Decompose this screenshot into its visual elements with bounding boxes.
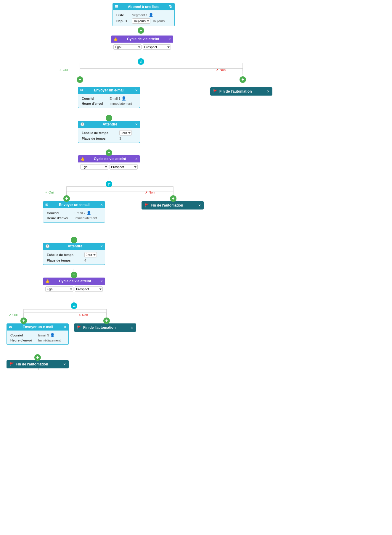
liste-value: Segment 1 👤 xyxy=(131,12,172,18)
refresh-icon[interactable]: ↻ xyxy=(169,4,172,9)
branch-btn-2[interactable]: ⇄ xyxy=(106,181,112,187)
add-btn-9[interactable]: + xyxy=(71,272,77,278)
add-btn-12[interactable]: + xyxy=(34,354,41,361)
email3-close[interactable]: × xyxy=(64,325,66,329)
subscribe-title: Abonné à une liste xyxy=(128,5,160,9)
add-btn-8[interactable]: + xyxy=(71,237,77,243)
branch-btn-3[interactable]: ⇄ xyxy=(71,302,77,309)
lifecycle2-card: 👍 Cycle de vie atteint × Égal Prospect xyxy=(78,155,140,171)
wait2-card: 🕐 Attendre × Échelle de temps Jour Plage… xyxy=(43,243,105,265)
mail-icon-2: ✉ xyxy=(45,203,48,207)
subscribe-body: Liste Segment 1 👤 Depuis Toujours Toujou… xyxy=(113,10,175,26)
email3-header: ✉ Envoyer un e-mail × xyxy=(7,323,69,331)
branch3-lines xyxy=(0,302,178,320)
flag-icon-2: 🚩 xyxy=(144,203,149,207)
wait2-header: 🕐 Attendre × xyxy=(43,243,105,250)
add-btn-4[interactable]: + xyxy=(106,115,112,121)
mail-icon-1: ✉ xyxy=(80,88,83,92)
lifecycle1-card: 👍 Cycle de vie atteint × Égal Prospect xyxy=(111,36,173,51)
thumb-icon-2: 👍 xyxy=(80,157,85,161)
add-btn-5[interactable]: + xyxy=(106,149,112,156)
flag-icon-1: 🚩 xyxy=(213,89,218,94)
end4-body: 🚩 Fin de l'automation × xyxy=(7,360,69,368)
echelle1-select[interactable]: Jour xyxy=(119,130,132,136)
toujours-value: Toujours xyxy=(152,19,165,23)
add-btn-10[interactable]: + xyxy=(20,318,27,324)
branch3-oui-label: ✓ Oui xyxy=(9,313,17,317)
end2-close[interactable]: × xyxy=(198,203,201,207)
email3-body: Courriel Email 3 👤 Heure d'envoi Immédia… xyxy=(7,331,69,345)
end4-title: Fin de l'automation xyxy=(16,362,48,366)
flag-icon-3: 🚩 xyxy=(77,325,81,330)
email1-title: Envoyer un e-mail xyxy=(94,88,124,92)
end2-card: 🚩 Fin de l'automation × xyxy=(142,201,204,210)
add-btn-1[interactable]: + xyxy=(138,27,144,34)
echelle2-value: Jour xyxy=(83,252,102,258)
subscribe-header: ☰ Abonné à une liste ↻ xyxy=(113,3,175,10)
courriel2-value: Email 2 👤 xyxy=(73,210,102,216)
end2-title: Fin de l'automation xyxy=(151,203,183,207)
heure1-label: Heure d'envoi xyxy=(81,101,108,106)
branch1-oui-label: ✓ Oui xyxy=(59,68,68,72)
liste-label: Liste xyxy=(115,12,131,18)
lifecycle1-close[interactable]: × xyxy=(168,37,171,41)
clock-icon-1: 🕐 xyxy=(80,122,85,126)
connector-lines xyxy=(0,0,392,535)
wait2-body: Échelle de temps Jour Plage de temps 4 xyxy=(43,250,105,265)
depuis-value: Toujours Toujours xyxy=(131,18,172,24)
branch2-lines xyxy=(0,181,237,199)
branch2-oui-label: ✓ Oui xyxy=(45,191,54,194)
wait1-close[interactable]: × xyxy=(135,122,138,126)
add-btn-11[interactable]: + xyxy=(103,318,110,324)
lifecycle2-equal-select[interactable]: Égal xyxy=(80,164,108,170)
wait1-card: 🕐 Attendre × Échelle de temps Jour Plage… xyxy=(78,121,140,143)
lifecycle1-prospect-select[interactable]: Prospect xyxy=(143,44,171,50)
echelle2-select[interactable]: Jour xyxy=(84,252,97,257)
flag-icon-4: 🚩 xyxy=(9,362,14,366)
add-btn-3[interactable]: + xyxy=(240,76,246,83)
plage1-value: 3 xyxy=(118,136,137,141)
add-btn-2[interactable]: + xyxy=(77,76,83,83)
clock-icon-2: 🕐 xyxy=(45,244,50,248)
branch1-non-label: ✗ Non xyxy=(216,68,226,72)
end1-body: 🚩 Fin de l'automation × xyxy=(210,87,272,96)
email1-close[interactable]: × xyxy=(135,88,138,92)
lifecycle1-title: Cycle de vie atteint xyxy=(127,37,159,41)
person-icon-3: 👤 xyxy=(50,333,55,337)
lifecycle2-close[interactable]: × xyxy=(135,157,138,161)
wait2-close[interactable]: × xyxy=(100,244,103,248)
courriel2-label: Courriel xyxy=(46,210,73,216)
end3-card: 🚩 Fin de l'automation × xyxy=(74,323,136,332)
email3-card: ✉ Envoyer un e-mail × Courriel Email 3 👤… xyxy=(7,323,69,345)
end3-close[interactable]: × xyxy=(131,325,133,330)
email1-body: Courriel Email 1 👤 Heure d'envoi Immédia… xyxy=(78,94,140,108)
depuis-select[interactable]: Toujours xyxy=(132,18,150,24)
lifecycle2-selects: Égal Prospect xyxy=(78,162,140,171)
heure3-value: Immédiatement xyxy=(37,338,66,343)
person-icon-2: 👤 xyxy=(86,211,91,215)
end4-close[interactable]: × xyxy=(63,362,66,366)
plage2-value: 4 xyxy=(83,258,102,263)
add-btn-7[interactable]: + xyxy=(170,195,176,202)
branch1-lines xyxy=(0,58,355,76)
lifecycle3-equal-select[interactable]: Égal xyxy=(45,286,73,292)
lifecycle3-prospect-select[interactable]: Prospect xyxy=(75,286,103,292)
lifecycle1-selects: Égal Prospect xyxy=(111,43,173,51)
add-btn-6[interactable]: + xyxy=(63,195,70,202)
automation-canvas: ☰ Abonné à une liste ↻ Liste Segment 1 👤… xyxy=(0,0,392,535)
lifecycle3-close[interactable]: × xyxy=(100,279,103,283)
end3-title: Fin de l'automation xyxy=(83,325,116,330)
lifecycle1-equal-select[interactable]: Égal xyxy=(113,44,142,50)
heure3-label: Heure d'envoi xyxy=(9,338,37,343)
email2-header: ✉ Envoyer un e-mail × xyxy=(43,201,105,208)
branch-btn-1[interactable]: ⇄ xyxy=(138,58,144,65)
courriel1-label: Courriel xyxy=(81,96,108,101)
wait1-title: Attendre xyxy=(103,122,117,126)
email2-close[interactable]: × xyxy=(100,203,103,207)
end4-card: 🚩 Fin de l'automation × xyxy=(7,360,69,368)
end1-close[interactable]: × xyxy=(267,89,269,94)
lifecycle2-prospect-select[interactable]: Prospect xyxy=(110,164,138,170)
email2-body: Courriel Email 2 👤 Heure d'envoi Immédia… xyxy=(43,208,105,223)
depuis-label: Depuis xyxy=(115,18,131,24)
echelle1-value: Jour xyxy=(118,130,137,136)
